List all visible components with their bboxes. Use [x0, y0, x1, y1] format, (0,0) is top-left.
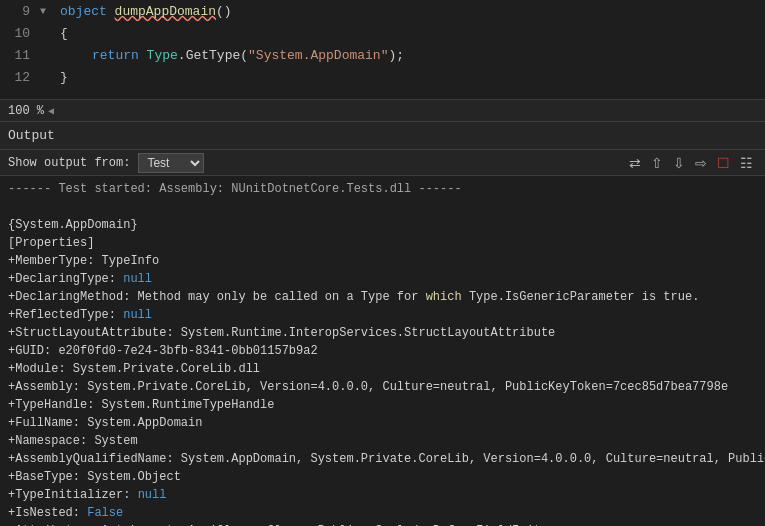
- method-name: dumpAppDomain: [115, 4, 216, 19]
- code-content-11: return Type.GetType("System.AppDomain");: [56, 48, 765, 63]
- output-line-membertype: +MemberType: TypeInfo: [8, 252, 757, 270]
- null-value2: null: [123, 308, 152, 322]
- scroll-end-btn[interactable]: ⇨: [691, 154, 711, 172]
- output-line-typeinitializer: +TypeInitializer: null: [8, 486, 757, 504]
- line-number-11: 11: [0, 48, 40, 63]
- brace-close: }: [60, 70, 68, 85]
- line-number-10: 10: [0, 26, 40, 41]
- code-editor: 9 ▼ object dumpAppDomain() 10 { 11 retur…: [0, 0, 765, 100]
- output-line-properties: [Properties]: [8, 234, 757, 252]
- keyword-object: object: [60, 4, 115, 19]
- scroll-up-btn[interactable]: ⇧: [647, 154, 667, 172]
- semicolon: );: [388, 48, 404, 63]
- keyword-return: return: [92, 48, 147, 63]
- output-line-basetype: +BaseType: System.Object: [8, 468, 757, 486]
- string-appdomain: "System.AppDomain": [248, 48, 388, 63]
- collapse-spacer-12: [40, 72, 56, 83]
- output-line-structlayout: +StructLayoutAttribute: System.Runtime.I…: [8, 324, 757, 342]
- settings-btn[interactable]: ☷: [736, 154, 757, 172]
- paren: (): [216, 4, 232, 19]
- show-output-label: Show output from:: [8, 156, 130, 170]
- output-line-blank1: [8, 198, 757, 216]
- line-number-12: 12: [0, 70, 40, 85]
- output-line-declaringtype: +DeclaringType: null: [8, 270, 757, 288]
- output-line-isnested: +IsNested: False: [8, 504, 757, 522]
- output-line-declaringmethod: +DeclaringMethod: Method may only be cal…: [8, 288, 757, 306]
- show-output-row: Show output from: Test Build Debug ⇄ ⇧ ⇩…: [0, 150, 765, 176]
- output-line-typehandle: +TypeHandle: System.RuntimeTypeHandle: [8, 396, 757, 414]
- code-line-10: 10 {: [0, 22, 765, 44]
- brace-open: {: [60, 26, 68, 41]
- code-line-9: 9 ▼ object dumpAppDomain(): [0, 0, 765, 22]
- code-line-11: 11 return Type.GetType("System.AppDomain…: [0, 44, 765, 66]
- output-line-assemblyqualified: +AssemblyQualifiedName: System.AppDomain…: [8, 450, 757, 468]
- output-panel-title: Output: [8, 128, 63, 143]
- code-content-10: {: [56, 26, 765, 41]
- output-line-assembly: +Assembly: System.Private.CoreLib, Versi…: [8, 378, 757, 396]
- scroll-down-btn[interactable]: ⇩: [669, 154, 689, 172]
- output-panel: Output Show output from: Test Build Debu…: [0, 122, 765, 526]
- scrollbar-area: 100 % ◀: [0, 100, 765, 122]
- line-number-9: 9: [0, 4, 40, 19]
- scroll-left-arrow[interactable]: ◀: [48, 105, 54, 117]
- bool-false1: False: [87, 506, 123, 520]
- output-header: Output: [0, 122, 765, 150]
- output-line-namespace: +Namespace: System: [8, 432, 757, 450]
- output-line-appdomain: {System.AppDomain}: [8, 216, 757, 234]
- clear-output-btn[interactable]: ☐: [713, 154, 734, 172]
- code-content-12: }: [56, 70, 765, 85]
- output-line-guid: +GUID: e20f0fd0-7e24-3bfb-8341-0bb01157b…: [8, 342, 757, 360]
- null-value: null: [123, 272, 152, 286]
- wrap-output-btn[interactable]: ⇄: [625, 154, 645, 172]
- collapse-spacer-10: [40, 28, 56, 39]
- zoom-label: 100 %: [8, 104, 44, 118]
- collapse-spacer-11: [40, 50, 56, 61]
- output-content: ------ Test started: Assembly: NUnitDotn…: [0, 176, 765, 526]
- collapse-icon-9[interactable]: ▼: [40, 6, 56, 17]
- code-line-12: 12 }: [0, 66, 765, 88]
- output-toolbar: ⇄ ⇧ ⇩ ⇨ ☐ ☷: [625, 154, 757, 172]
- output-source-select[interactable]: Test Build Debug: [138, 153, 204, 173]
- output-line-fullname: +FullName: System.AppDomain: [8, 414, 757, 432]
- output-line-separator: ------ Test started: Assembly: NUnitDotn…: [8, 180, 757, 198]
- gettype-call: .GetType(: [178, 48, 248, 63]
- output-line-module: +Module: System.Private.CoreLib.dll: [8, 360, 757, 378]
- output-line-attributes: +Attributes: AutoLayout, AnsiClass, Clas…: [8, 522, 757, 526]
- output-line-reflectedtype: +ReflectedType: null: [8, 306, 757, 324]
- code-content-9: object dumpAppDomain(): [56, 4, 765, 19]
- null-value3: null: [138, 488, 167, 502]
- type-type: Type: [147, 48, 178, 63]
